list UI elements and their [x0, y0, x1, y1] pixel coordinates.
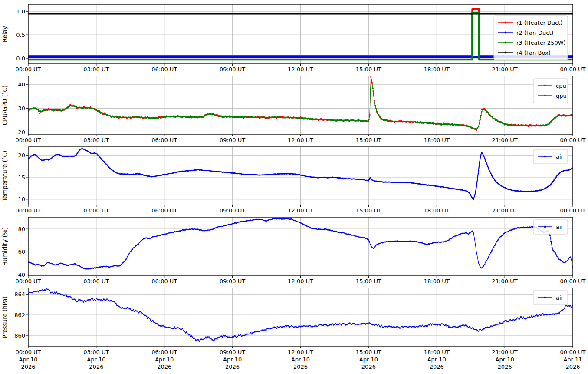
y-tick-label: 40 [18, 271, 25, 278]
x-tick-label: 03:00 UT [83, 349, 109, 355]
y-axis-label: CPU/GPU (°C) [1, 86, 8, 125]
x-tick-date: Apr 10 [19, 356, 37, 363]
x-tick-year: 2026 [565, 364, 580, 370]
x-tick-label: 03:00 UT [83, 66, 109, 73]
x-tick-label: 00:00 UT [560, 66, 585, 73]
x-tick-label: 09:00 UT [220, 349, 245, 355]
x-tick-label: 00:00 UT [560, 349, 585, 355]
x-tick-date: Apr 11 [563, 356, 582, 363]
y-tick-label: 862 [14, 312, 25, 318]
legend-label: cpu [556, 83, 566, 89]
x-tick-label: 00:00 UT [15, 66, 41, 73]
x-tick-label: 21:00 UT [492, 137, 518, 143]
x-tick-label: 15:00 UT [356, 207, 381, 214]
x-tick-label: 15:00 UT [356, 278, 381, 285]
legend: air [533, 220, 568, 234]
x-tick-label: 06:00 UT [151, 278, 177, 285]
x-tick-label: 12:00 UT [288, 137, 313, 143]
x-tick-label: 18:00 UT [424, 207, 450, 214]
x-tick-label: 09:00 UT [220, 278, 245, 285]
legend-swatch-marker [505, 52, 507, 54]
x-tick-date: Apr 10 [427, 356, 446, 363]
legend-label: air [556, 224, 564, 230]
y-tick-label: 20 [18, 129, 25, 136]
x-tick-year: 2026 [157, 364, 171, 370]
legend-label: air [556, 295, 564, 301]
x-tick-date: Apr 10 [155, 356, 174, 363]
y-axis-label: Temperature (°C) [1, 151, 8, 202]
legend-swatch-marker [544, 95, 546, 97]
x-tick-label: 00:00 UT [560, 278, 585, 285]
legend: air [533, 149, 568, 164]
x-tick-label: 06:00 UT [151, 66, 177, 73]
x-tick-label: 15:00 UT [356, 66, 381, 73]
legend-swatch-marker [505, 42, 507, 44]
x-tick-label: 18:00 UT [424, 137, 450, 143]
sensor-timeseries-figure: 00:00 UT03:00 UT06:00 UT09:00 UT12:00 UT… [0, 0, 588, 374]
legend-swatch-marker [544, 156, 546, 158]
x-tick-label: 03:00 UT [83, 278, 109, 285]
legend: air [533, 291, 568, 305]
y-axis-label: Pressure (hPa) [1, 296, 8, 338]
legend: cpugpu [533, 79, 568, 103]
y-tick-label: 60 [18, 248, 25, 255]
x-tick-label: 21:00 UT [492, 349, 518, 355]
x-tick-label: 21:00 UT [492, 278, 518, 285]
x-tick-label: 00:00 UT [15, 137, 41, 143]
legend-label: gpu [556, 93, 567, 99]
x-tick-label: 00:00 UT [15, 278, 41, 285]
x-tick-year: 2026 [225, 364, 240, 370]
x-tick-label: 06:00 UT [151, 137, 177, 143]
y-tick-label: 0.5 [16, 32, 25, 38]
x-tick-label: 15:00 UT [356, 137, 381, 143]
x-tick-year: 2026 [430, 364, 444, 370]
x-tick-label: 00:00 UT [15, 349, 41, 355]
y-tick-label: 30 [18, 105, 25, 112]
x-tick-label: 18:00 UT [424, 349, 450, 355]
x-tick-date: Apr 10 [496, 356, 514, 363]
x-tick-label: 00:00 UT [15, 207, 41, 214]
x-tick-label: 03:00 UT [83, 137, 109, 143]
x-tick-label: 09:00 UT [220, 137, 245, 143]
x-tick-label: 18:00 UT [424, 278, 450, 285]
legend: r1 (Heater-Duct)r2 (Fan-Duct)r3 (Heater-… [494, 16, 568, 60]
x-tick-label: 18:00 UT [424, 66, 450, 73]
y-tick-label: 1.0 [16, 8, 25, 15]
legend-label: r4 (Fan-Box) [516, 50, 551, 56]
legend-swatch-marker [544, 85, 546, 87]
x-tick-label: 12:00 UT [288, 278, 313, 285]
x-tick-label: 06:00 UT [151, 207, 177, 214]
legend-label: r2 (Fan-Duct) [516, 30, 554, 36]
x-tick-year: 2026 [293, 364, 308, 370]
y-tick-label: 80 [18, 226, 25, 232]
x-tick-label: 00:00 UT [560, 207, 585, 214]
y-tick-label: 15 [18, 174, 25, 181]
y-tick-label: 40 [18, 81, 25, 88]
x-tick-label: 21:00 UT [492, 207, 518, 214]
x-tick-label: 21:00 UT [492, 66, 518, 73]
y-tick-label: 860 [14, 332, 25, 339]
x-tick-label: 06:00 UT [151, 349, 177, 355]
y-axis-label: Relay [1, 26, 8, 42]
y-tick-label: 10 [18, 196, 25, 202]
legend-swatch-marker [505, 22, 507, 24]
x-tick-date: Apr 10 [359, 356, 378, 363]
x-tick-label: 12:00 UT [288, 66, 313, 73]
legend-label: r1 (Heater-Duct) [516, 20, 562, 26]
x-tick-date: Apr 10 [291, 356, 310, 363]
x-tick-year: 2026 [89, 364, 103, 370]
chart-svg: 00:00 UT03:00 UT06:00 UT09:00 UT12:00 UT… [0, 0, 588, 374]
x-tick-year: 2026 [361, 364, 376, 370]
y-axis-label: Humidity (%) [1, 227, 8, 266]
legend-swatch-marker [505, 32, 507, 34]
x-tick-year: 2026 [498, 364, 512, 370]
x-tick-label: 12:00 UT [288, 207, 313, 214]
x-tick-label: 00:00 UT [560, 137, 585, 143]
legend-swatch-marker [544, 297, 546, 299]
x-tick-year: 2026 [21, 364, 35, 370]
y-tick-label: 864 [14, 291, 25, 298]
y-tick-label: 0.0 [16, 55, 25, 62]
legend-label: r3 (Heater-250W) [516, 40, 566, 46]
x-tick-label: 12:00 UT [288, 349, 313, 355]
legend-label: air [556, 153, 564, 160]
